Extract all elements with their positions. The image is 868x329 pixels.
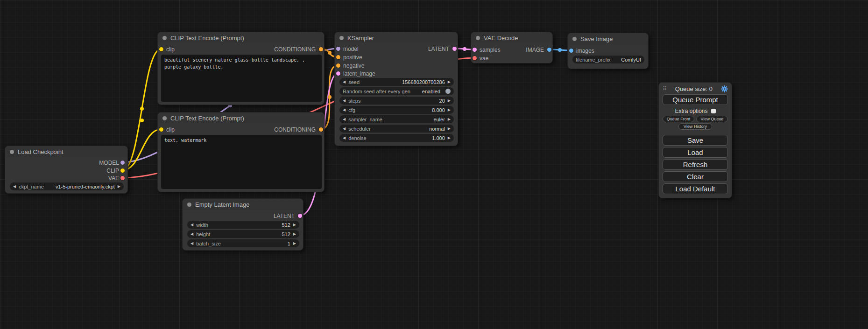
input-port-latent-image[interactable] — [336, 71, 340, 76]
node-title-bar[interactable]: CLIP Text Encode (Prompt) — [158, 112, 324, 124]
stepper-increment-icon[interactable]: ▶ — [448, 106, 451, 114]
save-button[interactable]: Save — [663, 135, 728, 146]
input-port-clip[interactable] — [159, 127, 163, 132]
queue-size-label: Queue size: 0 — [667, 85, 721, 92]
scheduler-combo[interactable]: ◀ scheduler normal ▶ — [339, 125, 454, 133]
combo-prev-icon[interactable]: ◀ — [13, 182, 16, 190]
menu-drag-handle-icon[interactable]: ⠿ — [663, 85, 667, 92]
input-label-positive: positive — [343, 54, 362, 61]
filename-prefix-field[interactable]: filename_prefix ComfyUI — [572, 56, 644, 63]
node-title-bar[interactable]: Load Checkpoint — [5, 146, 127, 157]
input-port-negative[interactable] — [336, 63, 340, 68]
combo-next-icon[interactable]: ▶ — [118, 182, 120, 190]
stepper-decrement-icon[interactable]: ◀ — [191, 230, 193, 238]
output-port-conditioning[interactable] — [319, 47, 323, 51]
output-port-image[interactable] — [547, 48, 551, 52]
clear-button[interactable]: Clear — [663, 171, 728, 182]
collapse-dot[interactable] — [187, 203, 191, 207]
stepper-decrement-icon[interactable]: ◀ — [343, 134, 346, 142]
stepper-increment-icon[interactable]: ▶ — [448, 78, 451, 86]
stepper-increment-icon[interactable]: ▶ — [293, 230, 296, 238]
input-port-model[interactable] — [336, 47, 340, 51]
combo-next-icon[interactable]: ▶ — [448, 115, 451, 123]
stepper-decrement-icon[interactable]: ◀ — [343, 106, 346, 114]
widget-label: cfg — [348, 107, 355, 113]
input-label-images: images — [576, 47, 594, 55]
widget-label: width — [196, 222, 208, 228]
wire-midpoint-dot — [558, 48, 562, 52]
settings-gear-icon[interactable] — [721, 85, 728, 92]
output-port-latent[interactable] — [452, 47, 457, 51]
load-default-button[interactable]: Load Default — [663, 183, 728, 194]
stepper-increment-icon[interactable]: ▶ — [293, 239, 296, 247]
stepper-decrement-icon[interactable]: ◀ — [191, 239, 193, 247]
node-load-checkpoint: Load Checkpoint MODEL CLIP VAE ◀ ckpt_na… — [5, 146, 128, 194]
collapse-dot[interactable] — [339, 36, 344, 40]
stepper-increment-icon[interactable]: ▶ — [448, 97, 451, 105]
stepper-increment-icon[interactable]: ▶ — [293, 221, 296, 229]
node-title-bar[interactable]: KSampler — [335, 32, 458, 43]
queue-prompt-button[interactable]: Queue Prompt — [663, 94, 728, 105]
steps-stepper[interactable]: ◀ steps 20 ▶ — [339, 97, 454, 105]
node-clip-text-encode-positive: CLIP Text Encode (Prompt) clip CONDITION… — [157, 32, 325, 105]
input-port-vae[interactable] — [473, 56, 477, 60]
input-port-positive[interactable] — [336, 55, 340, 59]
graph-canvas[interactable]: { "icons": { "arrow_left": "◀", "arrow_r… — [0, 0, 868, 329]
widget-label: Random seed after every gen — [343, 89, 410, 94]
refresh-button[interactable]: Refresh — [663, 159, 728, 170]
node-empty-latent-image: Empty Latent Image LATENT ◀ width 512 ▶ … — [182, 198, 303, 251]
stepper-decrement-icon[interactable]: ◀ — [343, 78, 346, 86]
output-port-clip[interactable] — [120, 168, 125, 173]
width-stepper[interactable]: ◀ width 512 ▶ — [187, 221, 299, 229]
widget-value: v1-5-pruned-emaonly.ckpt — [56, 184, 115, 189]
stepper-decrement-icon[interactable]: ◀ — [191, 221, 193, 229]
ckpt-name-combo[interactable]: ◀ ckpt_name v1-5-pruned-emaonly.ckpt ▶ — [10, 182, 124, 190]
load-button[interactable]: Load — [663, 147, 728, 158]
collapse-dot[interactable] — [10, 150, 14, 154]
node-title-bar[interactable]: Save Image — [568, 33, 648, 44]
output-port-conditioning[interactable] — [319, 127, 323, 132]
combo-prev-icon[interactable]: ◀ — [343, 115, 346, 123]
widget-value: 8.000 — [432, 107, 445, 113]
batch-size-stepper[interactable]: ◀ batch_size 1 ▶ — [187, 239, 299, 247]
seed-stepper[interactable]: ◀ seed 156680208700286 ▶ — [339, 78, 454, 86]
view-queue-button[interactable]: View Queue — [696, 116, 728, 122]
widget-value: 1 — [288, 241, 290, 246]
input-port-images[interactable] — [569, 49, 573, 53]
combo-prev-icon[interactable]: ◀ — [343, 125, 346, 133]
height-stepper[interactable]: ◀ height 512 ▶ — [187, 230, 299, 238]
prompt-text-area[interactable]: text, watermark — [161, 135, 322, 189]
output-label-latent: LATENT — [428, 45, 449, 53]
sampler-name-combo[interactable]: ◀ sampler_name euler ▶ — [339, 115, 454, 123]
prompt-text-area[interactable]: beautiful scenery nature glass bottle la… — [161, 55, 322, 102]
stepper-decrement-icon[interactable]: ◀ — [343, 97, 346, 105]
widget-value: ComfyUI — [621, 57, 641, 63]
collapse-dot[interactable] — [162, 116, 167, 120]
collapse-dot[interactable] — [476, 36, 480, 40]
output-port-model[interactable] — [120, 161, 125, 165]
extra-options-checkbox[interactable] — [711, 109, 716, 113]
output-port-latent[interactable] — [298, 214, 302, 218]
collapse-dot[interactable] — [572, 37, 577, 41]
node-title-bar[interactable]: Empty Latent Image — [183, 199, 303, 210]
input-port-samples[interactable] — [473, 48, 477, 52]
cfg-stepper[interactable]: ◀ cfg 8.000 ▶ — [339, 106, 454, 114]
output-label-vae: VAE — [108, 175, 119, 182]
view-history-button[interactable]: View History — [678, 123, 712, 130]
combo-next-icon[interactable]: ▶ — [448, 125, 451, 133]
collapse-dot[interactable] — [162, 36, 167, 40]
toggle-ball-icon[interactable] — [445, 89, 451, 94]
node-title-bar[interactable]: VAE Decode — [471, 32, 552, 43]
widget-label: ckpt_name — [19, 184, 44, 189]
input-port-clip[interactable] — [159, 47, 163, 51]
stepper-increment-icon[interactable]: ▶ — [448, 134, 451, 142]
wire-midpoint-dot — [463, 47, 466, 51]
denoise-stepper[interactable]: ◀ denoise 1.000 ▶ — [339, 134, 454, 142]
widget-value: 512 — [282, 231, 290, 237]
queue-front-button[interactable]: Queue Front — [663, 116, 694, 122]
output-port-vae[interactable] — [120, 176, 125, 180]
random-seed-toggle[interactable]: Random seed after every gen enabled — [339, 87, 454, 95]
widget-value: 156680208700286 — [402, 79, 445, 85]
widget-value: 512 — [282, 222, 290, 228]
node-title-bar[interactable]: CLIP Text Encode (Prompt) — [158, 32, 324, 43]
